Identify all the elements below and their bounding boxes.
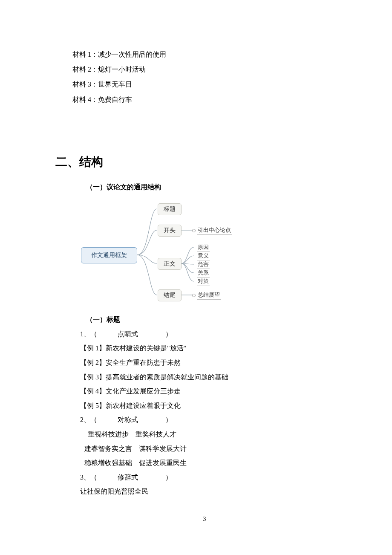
title-type-3-example: 让社保的阳光普照全民 (80, 484, 337, 499)
diagram-node-body: 正文 (158, 258, 182, 270)
title-type-2-example-1: 重视科技进步 重奖科技人才 (88, 427, 337, 442)
material-line-1: 材料 1：减少一次性用品的使用 (72, 47, 337, 62)
diagram-node-title: 标题 (158, 203, 182, 215)
diagram-leaf-body-5: 对策 (197, 278, 210, 286)
diagram-node-ending: 结尾 (158, 289, 182, 301)
subsection-title-heading: （一）标题 (86, 315, 337, 324)
title-type-2-label: 2、（ 对称式 ） (80, 413, 337, 427)
diagram-connector-dot (192, 294, 196, 297)
diagram-root-node: 作文通用框架 (81, 247, 137, 263)
title-type-1-example-3: 【例 3】提高就业者的素质是解决就业问题的基础 (80, 370, 337, 384)
diagram-leaf-body-1: 原因 (197, 243, 210, 252)
title-type-3-label: 3、（ 修辞式 ） (80, 470, 337, 485)
essay-framework-diagram: 作文通用框架 标题 开头 正文 结尾 引出中心论点 原因 意义 危害 关系 对策… (81, 196, 337, 307)
diagram-node-opening: 开头 (158, 225, 182, 237)
title-type-1-label: 1、（ 点睛式 ） (80, 327, 337, 341)
material-line-3: 材料 3：世界无车日 (72, 77, 337, 92)
material-line-4: 材料 4：免费自行车 (72, 92, 337, 107)
title-type-1-example-4: 【例 4】文化产业发展应分三步走 (80, 384, 337, 399)
page-number: 3 (72, 516, 337, 523)
section-2-heading: 二、结构 (55, 154, 337, 170)
title-type-2-example-2: 建睿智务实之言 谋科学发展大计 (84, 442, 337, 456)
diagram-connector-dot (192, 229, 196, 232)
material-line-2: 材料 2：熄灯一小时活动 (72, 62, 337, 77)
diagram-leaf-body-3: 危害 (197, 260, 210, 269)
diagram-leaf-body-2: 意义 (197, 252, 210, 260)
title-type-1-example-1: 【例 1】新农村建设的关键是"放活" (80, 341, 337, 356)
diagram-leaf-open: 引出中心论点 (197, 226, 232, 235)
diagram-leaf-body-4: 关系 (197, 269, 210, 278)
title-type-1-example-5: 【例 5】新农村建设应着眼于文化 (80, 399, 337, 413)
diagram-leaf-end: 总结展望 (197, 291, 221, 300)
document-page: 材料 1：减少一次性用品的使用 材料 2：熄灯一小时活动 材料 3：世界无车日 … (0, 0, 392, 548)
subsection-structure-heading: （一）议论文的通用结构 (86, 183, 337, 192)
title-type-1-example-2: 【例 2】安全生产重在防患于未然 (80, 356, 337, 370)
title-type-2-example-3: 稳粮增收强基础 促进发展重民生 (84, 456, 337, 470)
